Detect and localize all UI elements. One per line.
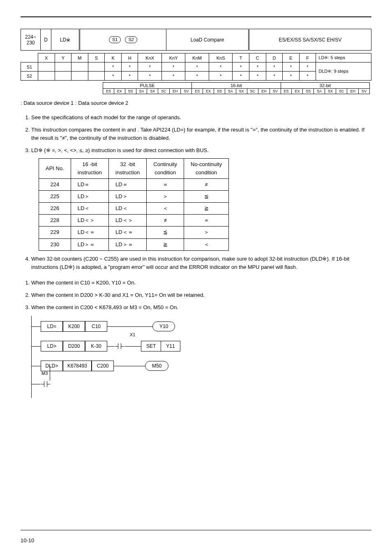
load-cell: LoaD Compare <box>166 29 248 51</box>
exp-4: When 32-bit counters (C200 ~ C255) are u… <box>31 255 371 271</box>
ex-1: When the content in C10 = K200, Y10 = On… <box>31 279 371 287</box>
m3-label: M3 <box>42 371 48 376</box>
example-list: When the content in C10 = K200, Y10 = On… <box>31 279 371 312</box>
set-box: SET <box>141 341 161 352</box>
s1s2-cell: S1 S2 <box>80 29 166 51</box>
header-table: 224~ 230 D LD※ S1 S2 LoaD Compare ES/EX/… <box>21 29 371 51</box>
s2-badge: S2 <box>125 36 137 43</box>
exp-1: See the specifications of each model for… <box>31 113 371 122</box>
ld-gt-box: LD> <box>41 341 63 352</box>
m50-coil: M50 <box>145 361 168 371</box>
operand-grid: X Y M S K H KnX KnY KnM KnS T C D E F LD… <box>21 53 371 81</box>
table-row: 225LD＞LD＞＞≦ <box>39 190 229 202</box>
steps-2: DLD※: 9 steps <box>316 62 371 81</box>
m3-contact <box>41 381 50 387</box>
y10-coil: Y10 <box>152 321 175 331</box>
s1-badge: S1 <box>109 36 121 43</box>
ex-3: When the content in C200 < K678,493 or M… <box>31 303 371 312</box>
ladder-diagram: LD= K200 C10 Y10 LD> D200 K-30 SET Y11 X… <box>31 316 220 398</box>
d200-box: D200 <box>63 341 85 352</box>
dld-gt-box: DLD> <box>41 361 63 371</box>
api-range: 224~ 230 <box>21 29 41 51</box>
d-cell: D <box>41 29 51 51</box>
models-cell: ES/EX/SS SA/SX/SC EH/SV <box>249 29 371 51</box>
api-table: API No. 16 -bit instruction 32 -bit inst… <box>39 158 229 251</box>
row-s1: S1 <box>21 62 38 72</box>
c200-box: C200 <box>92 361 114 371</box>
ex-2: When the content in D200 > K-30 and X1 =… <box>31 291 371 299</box>
x1-label: X1 <box>130 332 135 337</box>
x1-contact <box>115 343 124 349</box>
ld-cell: LD※ <box>51 29 79 51</box>
k678493-box: K678493 <box>63 361 92 371</box>
explanation-list: See the specifications of each model for… <box>31 113 371 271</box>
y11-box: Y11 <box>161 341 180 352</box>
source-line: : Data source device 1 : Data source dev… <box>21 100 371 106</box>
c10-box: C10 <box>85 321 107 332</box>
ld-eq-box: LD= <box>41 321 63 332</box>
row-s2: S2 <box>21 72 38 81</box>
table-row: 230LD＞＝LD＞＝≧＜ <box>39 238 229 250</box>
table-row: 228LD＜＞LD＜＞≠＝ <box>39 215 229 227</box>
k200-box: K200 <box>63 321 85 332</box>
exp-3: LD※ (※ =, >, <, <>, ≤, ≥) instruction is… <box>31 146 371 250</box>
pulse-grid: PULSE 16-bit 32-bit ESEXSSSA SXSCEHSV ES… <box>103 82 370 94</box>
table-row: 226LD＜LD＜＜≧ <box>39 203 229 215</box>
k-30-box: K-30 <box>85 341 107 352</box>
steps-1: LD※: 5 steps <box>316 53 371 62</box>
page-number: 10-10 <box>21 537 34 543</box>
table-row: 224LD＝LD＝＝≠ <box>39 178 229 190</box>
exp-2: This instruction compares the content in… <box>31 126 371 142</box>
table-row: 229LD＜＝LD＜＝≦＞ <box>39 227 229 238</box>
